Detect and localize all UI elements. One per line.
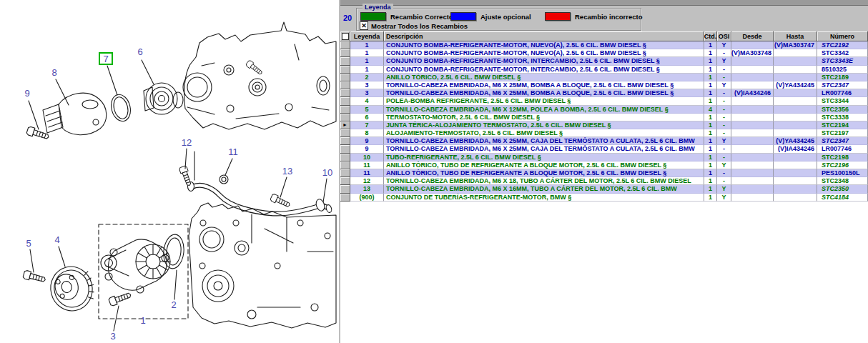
row-selector[interactable] — [340, 97, 350, 105]
cell-hasta[interactable]: (V)YA434245 — [774, 137, 817, 145]
cell-desde[interactable] — [731, 74, 774, 81]
cell-osi[interactable]: Y — [717, 161, 731, 169]
cell-leyenda[interactable]: 3 — [350, 81, 384, 89]
cell-desde[interactable] — [731, 121, 774, 129]
cell-descripcion[interactable]: TORNILLO-CABEZA EMBRIDADA, M6 X 25MM, BO… — [384, 89, 704, 97]
callout-1[interactable]: 1 — [140, 315, 145, 326]
row-selector[interactable] — [340, 74, 350, 81]
cell-numero[interactable]: STC2196 — [817, 161, 868, 169]
cell-leyenda[interactable]: 9 — [350, 137, 384, 145]
cell-leyenda[interactable]: 1 — [350, 57, 384, 65]
cell-numero[interactable]: PES100150L — [817, 169, 868, 177]
row-selector[interactable] — [340, 129, 350, 137]
cell-ctd[interactable]: 1 — [704, 74, 717, 81]
cell-leyenda[interactable]: 3 — [350, 89, 384, 97]
cell-hasta[interactable] — [774, 194, 817, 202]
cell-desde[interactable] — [731, 185, 774, 193]
cell-osi[interactable]: Y — [717, 57, 731, 65]
callout-9[interactable]: 9 — [24, 88, 29, 99]
cell-leyenda[interactable]: 13 — [350, 185, 384, 193]
cell-descripcion[interactable]: CONJUNTO BOMBA-REFRIGERANTE-MOTOR, INTER… — [384, 57, 704, 65]
cell-leyenda[interactable]: (900) — [350, 194, 384, 202]
cell-leyenda[interactable]: 7 — [350, 121, 384, 129]
cell-desde[interactable] — [731, 114, 774, 121]
callout-5[interactable]: 5 — [26, 238, 31, 249]
row-selector[interactable] — [340, 169, 350, 177]
cell-desde[interactable] — [731, 81, 774, 89]
cell-osi[interactable]: - — [717, 106, 731, 114]
cell-leyenda[interactable]: 11 — [350, 161, 384, 169]
cell-descripcion[interactable]: TORNILLO-CABEZA EMBRIDADA, M6 X 18, TUBO… — [384, 177, 704, 185]
cell-ctd[interactable]: 1 — [704, 121, 717, 129]
cell-ctd[interactable]: 1 — [704, 194, 717, 202]
cell-descripcion[interactable]: TORNILLO-CABEZA EMBRIDADA, M6 X 12MM, PO… — [384, 106, 704, 114]
cell-leyenda[interactable]: 5 — [350, 106, 384, 114]
cell-osi[interactable]: - — [717, 74, 731, 81]
callout-8[interactable]: 8 — [51, 67, 56, 78]
cell-desde[interactable]: (V)MA303748 — [731, 49, 774, 57]
cell-ctd[interactable]: 1 — [704, 154, 717, 161]
col-header-desde[interactable]: Desde — [731, 31, 774, 41]
callout-6[interactable]: 6 — [137, 46, 142, 57]
cell-numero[interactable]: STC4184 — [817, 194, 868, 202]
cell-numero[interactable]: LR007746 — [817, 89, 868, 97]
callout-2[interactable]: 2 — [171, 299, 176, 310]
checkbox-checked-icon[interactable]: ✕ — [360, 21, 368, 30]
cell-descripcion[interactable]: TORNILLO-CABEZA EMBRIDADA, M6 X 16MM, TU… — [384, 185, 704, 193]
row-selector[interactable] — [340, 89, 350, 97]
cell-osi[interactable]: - — [717, 154, 731, 161]
cell-leyenda[interactable]: 2 — [350, 74, 384, 81]
cell-numero[interactable]: STC2197 — [817, 129, 868, 137]
col-header-hasta[interactable]: Hasta — [774, 31, 817, 41]
cell-desde[interactable] — [731, 137, 774, 145]
cell-descripcion[interactable]: CONJUNTO DE TUBERÍAS-REFRIGERANTE-MOTOR,… — [384, 194, 704, 202]
cell-osi[interactable]: - — [717, 66, 731, 74]
cell-ctd[interactable]: 1 — [704, 161, 717, 169]
cell-ctd[interactable]: 1 — [704, 41, 717, 49]
cell-hasta[interactable] — [774, 161, 817, 169]
cell-numero[interactable]: STC2356 — [817, 106, 868, 114]
cell-descripcion[interactable]: CONJUNTO BOMBA-REFRIGERANTE-MOTOR, NUEVO… — [384, 41, 704, 49]
cell-desde[interactable] — [731, 169, 774, 177]
cell-osi[interactable]: - — [717, 121, 731, 129]
cell-hasta[interactable] — [774, 74, 817, 81]
cell-osi[interactable]: - — [717, 89, 731, 97]
col-header-leyenda[interactable]: Leyenda — [350, 31, 384, 41]
col-header-osi[interactable]: OSI — [717, 31, 731, 41]
cell-ctd[interactable]: 1 — [704, 177, 717, 185]
cell-numero[interactable]: STC3344 — [817, 97, 868, 105]
callout-11[interactable]: 11 — [228, 146, 238, 157]
cell-desde[interactable] — [731, 154, 774, 161]
col-header-ctd[interactable]: Ctd. — [704, 31, 717, 41]
cell-ctd[interactable]: 1 — [704, 114, 717, 121]
cell-osi[interactable]: - — [717, 169, 731, 177]
row-selector[interactable] — [340, 114, 350, 121]
row-selector[interactable] — [340, 57, 350, 65]
cell-descripcion[interactable]: TORNILLO-CABEZA EMBRIDADA, M6 X 25MM, CA… — [384, 137, 704, 145]
cell-ctd[interactable]: 1 — [704, 145, 717, 153]
cell-leyenda[interactable]: 8 — [350, 129, 384, 137]
cell-numero[interactable]: 8510325 — [817, 66, 868, 74]
callout-7[interactable]: 7 — [103, 54, 108, 64]
cell-hasta[interactable] — [774, 185, 817, 193]
cell-desde[interactable] — [731, 177, 774, 185]
cell-osi[interactable]: - — [717, 145, 731, 153]
cell-numero[interactable]: STC2189 — [817, 74, 868, 81]
callout-10[interactable]: 10 — [322, 167, 332, 178]
cell-osi[interactable]: - — [717, 49, 731, 57]
cell-descripcion[interactable]: CONJUNTO BOMBA-REFRIGERANTE-MOTOR, INTER… — [384, 66, 704, 74]
cell-descripcion[interactable]: POLEA-BOMBA REFRIGERANTE, 2.5L 6 CIL. BM… — [384, 97, 704, 105]
callout-13[interactable]: 13 — [282, 166, 292, 177]
cell-desde[interactable] — [731, 106, 774, 114]
cell-osi[interactable]: - — [717, 114, 731, 121]
col-header-descripcion[interactable]: Descripción — [384, 31, 704, 41]
cell-hasta[interactable] — [774, 49, 817, 57]
cell-leyenda[interactable]: 9 — [350, 145, 384, 153]
cell-ctd[interactable]: 1 — [704, 66, 717, 74]
row-selector[interactable] — [340, 106, 350, 114]
row-selector[interactable] — [340, 145, 350, 153]
cell-osi[interactable]: Y — [717, 185, 731, 193]
cell-numero[interactable]: STC2194 — [817, 121, 868, 129]
cell-numero[interactable]: STC2348 — [817, 177, 868, 185]
cell-hasta[interactable]: (V)MA303747 — [774, 41, 817, 49]
